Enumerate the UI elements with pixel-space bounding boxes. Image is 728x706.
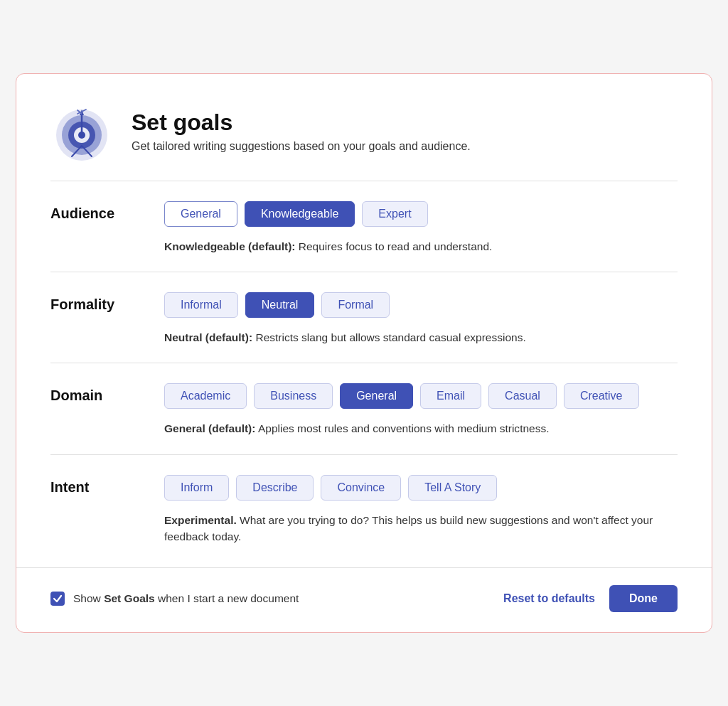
- intent-btn-inform[interactable]: Inform: [164, 475, 229, 501]
- domain-section: Domain Academic Business General Email C…: [16, 363, 712, 454]
- show-goals-checkbox[interactable]: [50, 592, 65, 606]
- footer-left: Show Set Goals when I start a new docume…: [50, 592, 299, 606]
- target-icon: [50, 100, 114, 164]
- audience-btn-group: General Knowledgeable Expert: [164, 201, 678, 227]
- footer-checkbox-label: Show Set Goals when I start a new docume…: [73, 592, 299, 605]
- domain-description: General (default): Applies most rules an…: [164, 420, 678, 454]
- formality-label: Formality: [50, 292, 164, 313]
- intent-btn-describe[interactable]: Describe: [236, 475, 314, 501]
- audience-section: Audience General Knowledgeable Expert Kn…: [16, 181, 712, 272]
- domain-btn-academic[interactable]: Academic: [164, 383, 247, 409]
- footer-right: Reset to defaults Done: [503, 585, 678, 612]
- domain-btn-casual[interactable]: Casual: [488, 383, 557, 409]
- intent-desc-strong: Experimental.: [164, 514, 237, 526]
- domain-btn-creative[interactable]: Creative: [564, 383, 639, 409]
- domain-btn-email[interactable]: Email: [420, 383, 481, 409]
- domain-btn-general[interactable]: General: [340, 383, 413, 409]
- header: Set goals Get tailored writing suggestio…: [16, 74, 712, 181]
- audience-btn-expert[interactable]: Expert: [362, 201, 427, 227]
- intent-section: Intent Inform Describe Convince Tell A S…: [16, 455, 712, 562]
- intent-desc-text: What are you trying to do? This helps us…: [164, 514, 653, 542]
- audience-description: Knowledgeable (default): Requires focus …: [164, 238, 678, 272]
- domain-btn-business[interactable]: Business: [254, 383, 333, 409]
- audience-content: General Knowledgeable Expert Knowledgeab…: [164, 201, 678, 272]
- set-goals-card: Set goals Get tailored writing suggestio…: [16, 73, 712, 633]
- audience-btn-general[interactable]: General: [164, 201, 237, 227]
- formality-btn-formal[interactable]: Formal: [321, 292, 390, 318]
- domain-desc-strong: General (default):: [164, 422, 255, 434]
- domain-content: Academic Business General Email Casual C…: [164, 383, 678, 454]
- audience-desc-text: Requires focus to read and understand.: [295, 240, 492, 252]
- audience-label: Audience: [50, 201, 164, 222]
- formality-desc-text: Restricts slang but allows standard casu…: [252, 331, 526, 343]
- formality-description: Neutral (default): Restricts slang but a…: [164, 329, 678, 363]
- header-text: Set goals Get tailored writing suggestio…: [132, 109, 471, 153]
- audience-btn-knowledgeable[interactable]: Knowledgeable: [245, 201, 355, 227]
- intent-label: Intent: [50, 475, 164, 496]
- formality-btn-informal[interactable]: Informal: [164, 292, 238, 318]
- formality-section: Formality Informal Neutral Formal Neutra…: [16, 272, 712, 363]
- footer: Show Set Goals when I start a new docume…: [16, 567, 712, 632]
- intent-description: Experimental. What are you trying to do?…: [164, 512, 678, 562]
- reset-button[interactable]: Reset to defaults: [503, 592, 595, 605]
- domain-btn-group: Academic Business General Email Casual C…: [164, 383, 678, 409]
- domain-desc-text: Applies most rules and conventions with …: [255, 422, 549, 434]
- domain-label: Domain: [50, 383, 164, 404]
- intent-btn-group: Inform Describe Convince Tell A Story: [164, 475, 678, 501]
- page-title: Set goals: [132, 109, 471, 136]
- intent-btn-convince[interactable]: Convince: [321, 475, 401, 501]
- formality-content: Informal Neutral Formal Neutral (default…: [164, 292, 678, 363]
- formality-btn-neutral[interactable]: Neutral: [245, 292, 315, 318]
- done-button[interactable]: Done: [609, 585, 678, 612]
- intent-btn-tell-a-story[interactable]: Tell A Story: [408, 475, 497, 501]
- formality-btn-group: Informal Neutral Formal: [164, 292, 678, 318]
- formality-desc-strong: Neutral (default):: [164, 331, 252, 343]
- audience-desc-strong: Knowledgeable (default):: [164, 240, 295, 252]
- page-subtitle: Get tailored writing suggestions based o…: [132, 140, 471, 153]
- intent-content: Inform Describe Convince Tell A Story Ex…: [164, 475, 678, 562]
